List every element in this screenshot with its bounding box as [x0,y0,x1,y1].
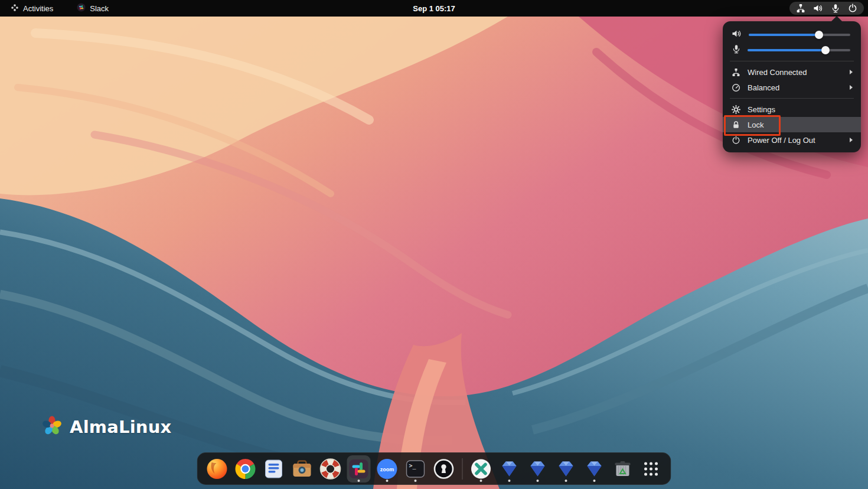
terminal-prompt: >_ [409,462,417,470]
power-icon [848,4,857,13]
dock-item-blue-diamond-1[interactable] [498,455,521,483]
running-indicator [508,480,511,482]
mic-slider[interactable] [748,49,850,51]
top-bar: Activities Slack Sep 1 05:17 [0,0,868,17]
menu-item-balanced[interactable]: Balanced [723,80,861,95]
menu-separator [730,98,854,99]
activities-icon [11,4,19,14]
chevron-right-icon [849,69,853,75]
activities-button[interactable]: Activities [7,2,57,15]
dock-item-blue-diamond-2[interactable] [526,455,550,483]
running-indicator [565,480,567,482]
menu-item-label: Wired Connected [748,69,807,76]
menu-item-label: Lock [748,121,763,129]
chevron-right-icon [849,84,853,90]
dock-item-blue-diamond-4[interactable] [583,455,606,483]
dock-item-teal-x-app[interactable] [469,455,493,483]
mic-slider-handle[interactable] [821,46,830,54]
volume-slider-row [723,27,861,43]
mic-slider-row [723,43,861,58]
wired-network-icon [796,4,805,13]
clock-button[interactable]: Sep 1 05:17 [407,0,461,17]
power-icon [732,136,740,145]
brand-name: AlmaLinux [70,417,171,437]
chevron-right-icon [849,137,853,143]
dock-item-terminal[interactable]: >_ [404,455,428,483]
speaker-icon [732,29,742,41]
menu-item-power-off-log-out[interactable]: Power Off / Log Out [723,132,861,148]
trash-icon [612,458,634,480]
menu-beak [831,16,842,21]
running-indicator [480,480,482,482]
almalinux-logo: AlmaLinux [40,414,171,440]
dock-item-blue-diamond-3[interactable] [554,455,578,483]
menu-item-settings[interactable]: Settings [723,102,861,117]
dock-item-firefox[interactable] [205,455,229,483]
app-menu-label: Slack [90,5,109,12]
app-grid-icon [640,458,663,480]
menu-separator [730,61,854,61]
microphone-icon [831,4,840,13]
volume-slider-handle[interactable] [815,31,823,39]
dock-separator [462,458,463,480]
chrome-icon [234,458,257,480]
volume-slider[interactable] [749,34,850,36]
dock-item-trash[interactable] [611,455,635,483]
slack-icon [348,458,370,480]
briefcase-icon [291,458,314,480]
running-indicator [537,480,539,482]
dock-item-slack[interactable] [347,455,371,483]
diamond-icon [527,458,549,480]
menu-item-label: Settings [748,106,775,113]
zoom-icon: zoom [376,458,399,480]
dock: zoom >_ [197,452,671,485]
dock-item-keyhole-circle-app[interactable] [432,455,456,483]
terminal-icon: >_ [404,458,427,480]
volume-slider-fill [749,34,819,36]
dock-item-briefcase-app[interactable] [291,455,314,483]
keyhole-circle-icon [433,458,455,480]
menu-item-label: Balanced [748,84,779,92]
dock-item-zoom[interactable]: zoom [376,455,399,483]
firefox-icon [206,458,229,480]
menu-item-lock[interactable]: Lock [723,117,861,132]
lock-icon [732,120,740,129]
app-menu-slack[interactable]: Slack [73,2,112,15]
teal-x-icon [470,458,492,480]
lifebuoy-icon [319,458,342,480]
mic-icon [732,44,741,56]
running-indicator [593,480,596,482]
dock-item-show-apps[interactable] [639,455,663,483]
diamond-icon [555,458,577,480]
dock-item-chrome[interactable] [234,455,257,483]
almalinux-flower-icon [40,414,64,440]
dock-item-help-lifebuoy[interactable] [319,455,342,483]
running-indicator [358,480,360,482]
document-icon [263,458,285,480]
gear-icon [732,105,740,114]
menu-item-wired-connected[interactable]: Wired Connected [723,64,861,80]
diamond-icon [583,458,606,480]
menu-item-label: Power Off / Log Out [748,136,815,144]
slack-icon [77,3,86,14]
running-indicator [386,480,389,482]
system-tray-button[interactable] [789,2,864,15]
power-profile-gauge-icon [732,83,740,92]
zoom-wordmark: zoom [380,466,394,472]
wired-network-icon [732,68,740,77]
system-menu: Wired Connected Balanced Settings [723,21,861,152]
activities-label: Activities [23,5,53,12]
dock-item-document-viewer[interactable] [262,455,286,483]
volume-icon [813,4,823,13]
mic-slider-fill [748,49,825,51]
desktop: Activities Slack Sep 1 05:17 [0,0,868,489]
running-indicator [415,480,417,482]
diamond-icon [498,458,521,480]
